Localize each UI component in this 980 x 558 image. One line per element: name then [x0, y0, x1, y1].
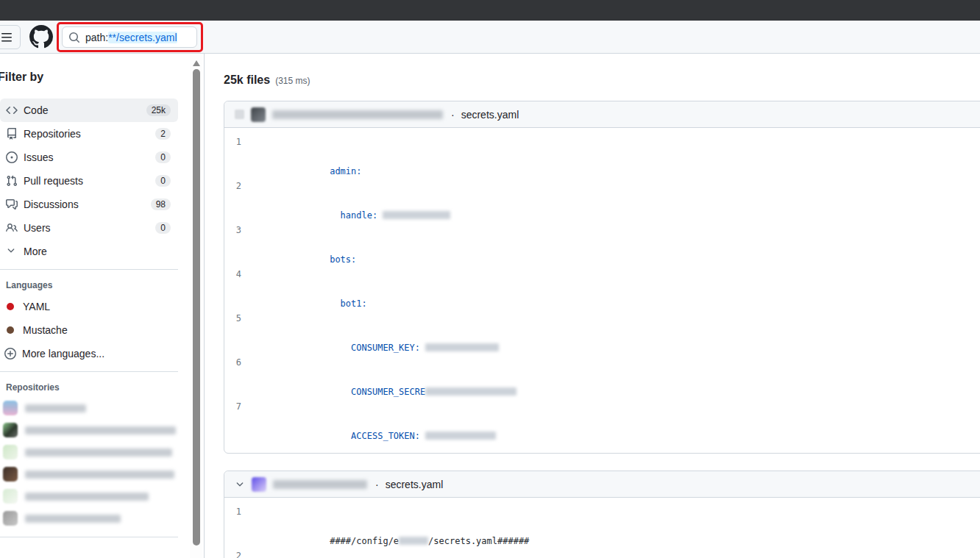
language-filter-item[interactable]: Mustache — [0, 318, 178, 342]
scrollbar-thumb[interactable] — [193, 69, 200, 546]
plus-circle-icon — [4, 348, 16, 360]
redacted-repo-name — [25, 471, 174, 479]
redacted-chevron[interactable] — [235, 110, 244, 119]
sidebar-filter-item[interactable]: Code 25k — [0, 99, 178, 122]
code-line-content: bots: — [255, 223, 356, 267]
code-segment: CONSUMER_KEY: — [330, 343, 425, 353]
sidebar-filter-item[interactable]: Users 0 — [0, 216, 178, 240]
code-segment: CONSUMER_SECRE — [330, 387, 425, 397]
file-name-link[interactable]: secrets.yaml — [461, 109, 519, 121]
code-result-card: · secrets.yaml 1 ####/config/e/secrets.y… — [224, 471, 980, 558]
result-card-header[interactable]: · secrets.yaml — [224, 471, 980, 498]
sidebar-divider — [0, 537, 178, 537]
repo-icon — [6, 128, 18, 140]
sidebar-filter-item[interactable]: Pull requests 0 — [0, 169, 178, 193]
search-query-prefix: path: — [85, 32, 108, 43]
github-header: path:**/secrets.yaml — [0, 21, 980, 54]
redacted-repo-name — [25, 448, 172, 457]
more-languages-label: More languages... — [22, 348, 104, 360]
repository-filter-item[interactable] — [0, 463, 178, 485]
people-icon — [6, 222, 18, 234]
repository-filter-item[interactable] — [0, 419, 178, 441]
code-line: 5 CONSUMER_KEY: — [224, 311, 980, 355]
code-segment — [425, 432, 496, 440]
redacted-repo-name — [25, 515, 121, 523]
repository-filter-item[interactable] — [0, 397, 178, 419]
repo-avatar — [3, 401, 18, 415]
line-number[interactable]: 1 — [224, 135, 255, 179]
line-number[interactable]: 2 — [224, 179, 255, 223]
redacted-repo-name — [25, 426, 176, 434]
code-line: 1 admin: — [224, 135, 980, 179]
line-number[interactable]: 1 — [224, 504, 255, 548]
chevron-down-icon — [6, 246, 18, 257]
sidebar-filter-item[interactable]: Repositories 2 — [0, 122, 178, 146]
code-segment: bots: — [330, 254, 356, 265]
repository-filter-item[interactable] — [0, 507, 178, 529]
line-number[interactable]: 5 — [224, 311, 255, 355]
code-line: 4 bot1: — [224, 267, 980, 311]
sidebar-filter-item[interactable]: More — [0, 240, 178, 263]
repositories-title: Repositories — [0, 372, 178, 397]
result-card-header[interactable]: · secrets.yaml — [224, 101, 980, 128]
code-segment: /secrets.yaml###### — [428, 536, 529, 546]
line-number[interactable]: 2 — [224, 548, 255, 558]
filter-item-count-badge: 0 — [155, 175, 171, 187]
filter-item-label: More — [24, 246, 171, 257]
filter-item-label: Repositories — [24, 128, 149, 140]
filter-item-label: Users — [24, 222, 149, 234]
more-languages-button[interactable]: More languages... — [0, 342, 178, 365]
language-filter-item[interactable]: YAML — [0, 295, 178, 318]
code-line-content: ####/config/e/secrets.yaml###### — [255, 504, 529, 548]
languages-title: Languages — [0, 270, 178, 295]
sidebar-scrollbar[interactable] — [190, 54, 202, 558]
hamburger-menu-button[interactable] — [0, 25, 21, 49]
code-line: 7 ACCESS_TOKEN: — [224, 399, 980, 443]
filter-nav: Code 25k Repositories 2 Issues 0 Pull re… — [0, 99, 178, 263]
line-number[interactable]: 3 — [224, 223, 255, 267]
redacted-repo-name — [25, 404, 86, 412]
code-line: 2 handle: — [224, 179, 980, 223]
filter-by-title: Filter by — [0, 71, 178, 84]
repositories-list — [0, 397, 178, 529]
file-name-link[interactable]: secrets.yaml — [386, 479, 444, 490]
results-time: (315 ms) — [275, 76, 310, 86]
scrollbar-up-arrow[interactable] — [193, 60, 200, 66]
search-input[interactable]: path:**/secrets.yaml — [62, 26, 197, 48]
code-line: 2 — [224, 548, 980, 558]
filter-item-count-badge: 2 — [155, 128, 171, 140]
filter-item-count-badge: 98 — [151, 198, 171, 210]
code-line-content: CONSUMER_KEY: — [255, 311, 499, 355]
code-segment: admin: — [330, 166, 361, 176]
repository-filter-item[interactable] — [0, 485, 178, 507]
redacted-repo-name — [25, 493, 149, 501]
repo-avatar — [252, 477, 266, 492]
repository-filter-item[interactable] — [0, 441, 178, 463]
title-separator: · — [451, 109, 455, 121]
sidebar-filter-item[interactable]: Issues 0 — [0, 146, 178, 169]
language-color-dot — [7, 303, 14, 310]
filter-item-count-badge: 0 — [155, 151, 171, 163]
line-number[interactable]: 6 — [224, 355, 255, 399]
chevron-down-icon[interactable] — [235, 479, 245, 490]
three-bars-icon — [1, 32, 13, 43]
issue-opened-icon — [6, 151, 18, 163]
pull-request-icon — [6, 175, 18, 187]
line-number[interactable]: 7 — [224, 399, 255, 443]
filter-item-label: Pull requests — [24, 175, 149, 187]
filter-item-label: Discussions — [24, 198, 145, 210]
code-segment: ####/config/e — [330, 536, 399, 546]
filter-item-count-badge: 25k — [146, 104, 171, 116]
search-icon — [68, 32, 80, 43]
repo-avatar — [3, 511, 18, 526]
line-number[interactable]: 4 — [224, 267, 255, 311]
code-segment — [425, 343, 499, 351]
code-icon — [6, 104, 18, 116]
redacted-repo-path — [272, 110, 443, 119]
sidebar-filter-item[interactable]: Discussions 98 — [0, 193, 178, 216]
search-query-highlight: **/secrets.yaml — [108, 32, 177, 43]
github-logo-icon[interactable] — [29, 25, 53, 49]
repo-avatar — [3, 467, 18, 482]
code-segment: bot1: — [330, 298, 367, 309]
results-list: · secrets.yaml 1 admin: 2 — [224, 101, 980, 558]
